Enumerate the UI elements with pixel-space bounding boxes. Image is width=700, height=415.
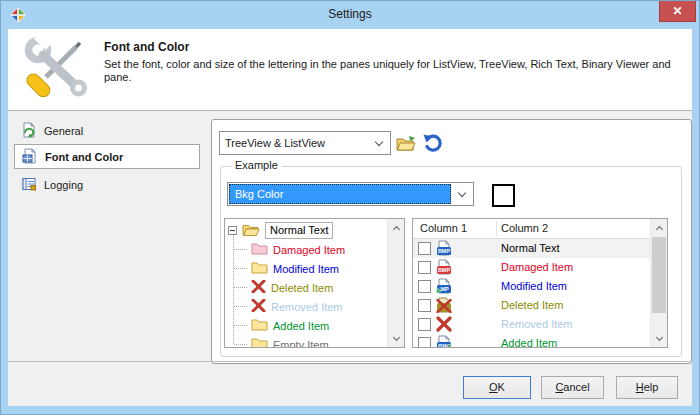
bmp-file-icon: BMP [436, 240, 452, 258]
reset-button[interactable] [421, 131, 445, 155]
example-group-label: Example [231, 159, 282, 171]
svg-text:MP: MP [440, 286, 449, 292]
tree-item[interactable]: Damaged Item [251, 240, 345, 259]
sidebar-item-general[interactable]: General [21, 121, 83, 141]
scroll-down-icon[interactable] [388, 330, 404, 347]
header: Font and Color Set the font, color and s… [8, 29, 692, 111]
bmp-added-icon: BM [436, 335, 452, 348]
chevron-down-icon[interactable] [451, 183, 473, 205]
column-header[interactable]: Column 2 [501, 222, 548, 234]
dialog-frame: Font and Color Set the font, color and s… [8, 29, 692, 406]
tree-item-label: Normal Text [265, 222, 333, 239]
list-scrollbar[interactable] [650, 219, 667, 347]
close-button[interactable]: ✕ [659, 1, 696, 22]
bkg-color-swatch[interactable] [492, 184, 515, 207]
folder-icon [251, 242, 268, 257]
tree-item-label: Deleted Item [271, 282, 333, 294]
tree-item-label: Damaged Item [273, 244, 345, 256]
attribute-combobox[interactable]: Bkg Color [227, 182, 474, 206]
tree-item[interactable]: Modified Item [251, 259, 339, 278]
row-checkbox[interactable] [418, 299, 431, 312]
tree-connector-line [233, 234, 234, 344]
svg-text:BMP: BMP [438, 248, 451, 254]
red-x-icon [251, 299, 266, 314]
list-preview[interactable]: Column 1 Column 2 BMP Normal Text [412, 218, 668, 348]
page-description: Set the font, color and size of the lett… [104, 58, 684, 84]
font-and-color-icon [22, 148, 38, 166]
bmp-damaged-icon: BMP [436, 259, 452, 277]
help-button[interactable]: Help [616, 376, 678, 399]
tools-icon [22, 37, 94, 103]
target-view-combobox[interactable]: TreeView & ListView [219, 131, 391, 155]
tree-preview[interactable]: Normal Text Damaged Item Modified Item [224, 218, 405, 348]
list-row-label: Modified Item [501, 280, 567, 292]
folder-icon [251, 261, 268, 276]
list-header[interactable]: Column 1 Column 2 [413, 219, 650, 239]
list-row[interactable]: Deleted Item [413, 296, 650, 315]
tree-item[interactable]: Empty Item [251, 335, 329, 348]
row-checkbox[interactable] [418, 242, 431, 255]
attribute-value: Bkg Color [229, 184, 451, 204]
row-checkbox[interactable] [418, 261, 431, 274]
body: General Font and Color [8, 112, 692, 361]
list-row-label: Damaged Item [501, 261, 573, 273]
general-icon [21, 122, 37, 140]
scrollbar-thumb[interactable] [652, 237, 666, 313]
sidebar-item-label: Font and Color [45, 151, 123, 163]
list-row-label: Normal Text [501, 242, 559, 254]
svg-text:BM: BM [438, 343, 447, 348]
list-row[interactable]: BM Added Item [413, 334, 650, 348]
tree-item-label: Empty Item [273, 339, 329, 349]
cancel-button[interactable]: Cancel [541, 376, 604, 399]
list-row-label: Removed Item [501, 318, 573, 330]
folder-icon [251, 318, 268, 333]
tree-item-label: Removed Item [271, 301, 343, 313]
window-title: Settings [1, 7, 699, 21]
red-x-icon [436, 316, 452, 334]
bmp-deleted-icon [436, 297, 452, 315]
footer: OK Cancel Help [8, 361, 692, 406]
folder-icon [251, 337, 268, 348]
ok-button[interactable]: OK [463, 376, 531, 399]
scroll-up-icon[interactable] [651, 219, 667, 236]
tree-item[interactable]: Deleted Item [251, 278, 333, 297]
open-folder-icon [396, 135, 416, 152]
titlebar[interactable]: Settings ✕ [1, 1, 699, 29]
bmp-modified-icon: MP [436, 278, 452, 296]
page-title: Font and Color [104, 40, 189, 54]
column-divider[interactable] [496, 221, 497, 236]
svg-text:BMP: BMP [438, 267, 451, 273]
tree-item[interactable]: Normal Text [228, 221, 333, 240]
target-view-value: TreeView & ListView [220, 132, 368, 154]
settings-dialog: Settings ✕ Font and Color Set the f [0, 0, 700, 415]
logging-icon [21, 176, 37, 194]
row-checkbox[interactable] [418, 337, 431, 348]
list-row[interactable]: BMP Damaged Item [413, 258, 650, 277]
red-x-icon [251, 280, 266, 295]
list-row[interactable]: BMP Normal Text [413, 239, 650, 258]
tree-scrollbar[interactable] [387, 219, 404, 347]
row-checkbox[interactable] [418, 280, 431, 293]
row-checkbox[interactable] [418, 318, 431, 331]
scroll-down-icon[interactable] [651, 330, 667, 347]
list-row[interactable]: Removed Item [413, 315, 650, 334]
font-color-panel: TreeView & ListView [211, 119, 692, 364]
list-row-label: Deleted Item [501, 299, 563, 311]
chevron-down-icon[interactable] [368, 132, 390, 154]
column-header[interactable]: Column 1 [420, 222, 467, 234]
tree-item-label: Added Item [273, 320, 329, 332]
open-folder-icon [242, 223, 260, 239]
tree-item-label: Modified Item [273, 263, 339, 275]
tree-item[interactable]: Added Item [251, 316, 329, 335]
undo-icon [423, 133, 443, 153]
collapse-icon[interactable] [228, 226, 237, 235]
sidebar-item-font-and-color[interactable]: Font and Color [14, 144, 200, 169]
scroll-up-icon[interactable] [388, 219, 404, 236]
sidebar-item-logging[interactable]: Logging [21, 175, 83, 195]
list-row[interactable]: MP Modified Item [413, 277, 650, 296]
sidebar-item-label: Logging [44, 179, 83, 191]
tree-item[interactable]: Removed Item [251, 297, 343, 316]
sidebar-item-label: General [44, 125, 83, 137]
load-scheme-button[interactable] [394, 131, 418, 155]
list-row-label: Added Item [501, 337, 557, 348]
